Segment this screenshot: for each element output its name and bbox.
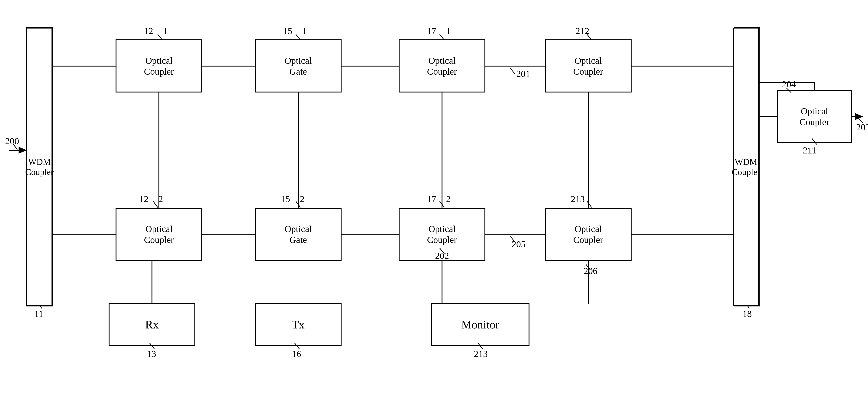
svg-line-40 [510,68,515,74]
svg-rect-6 [116,208,202,260]
ref-12-1: 12 − 1 [144,26,168,36]
ref-204: 204 [782,79,796,90]
wdm-right-coupler: WDM Coupler [733,28,759,306]
ref-205: 205 [512,239,526,250]
ref-18: 18 [742,308,752,319]
ref-11: 11 [34,308,43,319]
svg-rect-4 [399,40,485,92]
wdm-left-label: WDM Coupler [25,157,54,177]
wdm-left-coupler: WDM Coupler [27,28,52,306]
svg-rect-12 [255,304,341,345]
ref-213-monitor: 213 [474,348,488,359]
svg-rect-9 [545,208,631,260]
ref-212: 212 [576,26,589,36]
ref-201: 201 [516,68,530,79]
svg-rect-2 [116,40,202,92]
ref-203: 203 [856,122,868,133]
ref-202: 202 [435,250,449,261]
ref-211: 211 [803,145,816,156]
ref-13: 13 [147,348,156,359]
svg-marker-38 [19,147,27,154]
ref-15-2: 15 − 2 [281,194,305,204]
ref-206: 206 [584,266,597,276]
wdm-right-label: WDM Coupler [732,157,760,177]
svg-rect-3 [255,40,341,92]
svg-rect-13 [432,304,529,345]
ref-16: 16 [292,348,301,359]
ref-213-box: 213 [571,194,585,204]
diagram: WDM Coupler WDM Coupler OpticalCoupler O… [0,0,868,414]
ref-200: 200 [5,136,19,146]
ref-15-1: 15 − 1 [283,26,307,36]
ref-17-1: 17 − 1 [427,26,451,36]
svg-rect-5 [545,40,631,92]
ref-12-2: 12 − 2 [139,194,163,204]
svg-rect-10 [777,91,851,143]
ref-17-2: 17 − 2 [427,194,451,204]
svg-rect-7 [255,208,341,260]
svg-rect-11 [109,304,195,345]
